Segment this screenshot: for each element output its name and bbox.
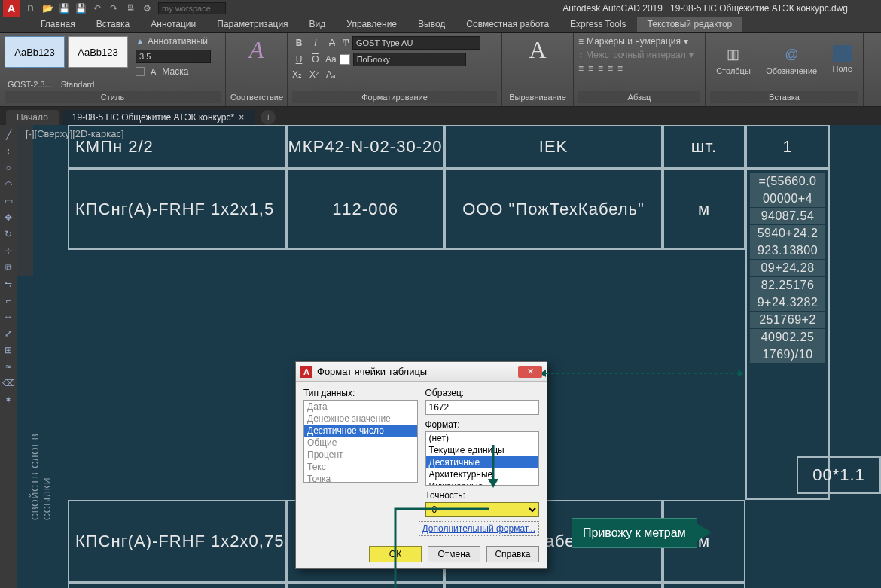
new-tab-button[interactable]: + — [261, 110, 276, 125]
format-listbox[interactable]: (нет)Текущие единицыДесятичныеАрхитектур… — [425, 431, 540, 486]
color-select[interactable] — [353, 53, 466, 66]
sup-button[interactable]: X² — [309, 69, 319, 80]
erase-tool-icon[interactable]: ⌫ — [2, 376, 15, 390]
precision-select[interactable]: 0 — [425, 502, 540, 517]
offset-tool-icon[interactable]: ≈ — [2, 360, 15, 373]
rtab-manage[interactable]: Управление — [336, 17, 407, 32]
rtab-insert[interactable]: Вставка — [86, 17, 141, 32]
layer-properties-palette[interactable]: СВОЙСТВ СЛОЕВ — [30, 433, 41, 520]
overline-button[interactable]: O — [309, 54, 322, 65]
close-tab-icon[interactable]: × — [239, 112, 244, 123]
rect-tool-icon[interactable]: ▭ — [2, 194, 15, 208]
cell-0-c3[interactable]: IEK — [444, 125, 663, 169]
xref-palette[interactable]: ССЫЛКИ — [42, 477, 53, 520]
cell-3-c1[interactable]: КПСнг(А)-FRHF 1х2х0,35 — [68, 583, 286, 588]
rtab-texteditor[interactable]: Текстовый редактор — [637, 17, 743, 32]
align-right-icon[interactable]: ≡ — [598, 63, 603, 74]
workspace-input[interactable] — [158, 2, 226, 14]
cell-3-c2[interactable] — [286, 583, 444, 588]
align-dist-icon[interactable]: ≡ — [617, 63, 623, 74]
style-sample-1[interactable]: AaBb123 — [5, 36, 65, 68]
cell-3-c3[interactable]: Те — [444, 583, 663, 588]
cell-1-c2[interactable]: 112-006 — [286, 169, 444, 250]
cell-0-c5[interactable]: 1 — [745, 125, 830, 169]
rtab-param[interactable]: Параметризация — [206, 17, 298, 32]
saveas-icon[interactable]: 💾 — [74, 2, 87, 15]
cell-3-c4[interactable] — [663, 583, 745, 588]
file-tab[interactable]: 19-08-5 ПС Общежитие АТЭК конкурс*× — [62, 110, 255, 125]
cell-0-c4[interactable]: шт. — [663, 125, 745, 169]
cell-1-c5[interactable]: =(55660.000000+494087.545940+24.2923.138… — [745, 169, 830, 500]
print-icon[interactable]: 🖶 — [123, 2, 137, 15]
color-swatch[interactable] — [340, 54, 350, 65]
rtab-express[interactable]: Express Tools — [559, 17, 636, 32]
arc-tool-icon[interactable]: ◠ — [2, 178, 15, 191]
alignment-icon[interactable]: A — [507, 36, 569, 64]
rtab-annotate[interactable]: Аннотации — [140, 17, 206, 32]
clear-button[interactable]: Aₐ — [326, 69, 336, 80]
match-label: Соответствие — [230, 91, 282, 103]
match-format-icon[interactable]: A — [230, 36, 282, 64]
redo-icon[interactable]: ↷ — [107, 2, 120, 15]
gear-icon[interactable]: ⚙ — [140, 2, 154, 15]
panel-title-format: Форматирование — [292, 91, 497, 103]
dialog-close-button[interactable]: ✕ — [518, 366, 542, 378]
italic-button[interactable]: I — [309, 38, 322, 48]
undo-icon[interactable]: ↶ — [90, 2, 104, 15]
additional-format-link[interactable]: Дополнительный формат... — [419, 521, 539, 536]
align-justify-icon[interactable]: ≡ — [608, 63, 613, 74]
copy-tool-icon[interactable]: ⧉ — [2, 260, 15, 274]
symbol-icon[interactable]: @ — [779, 42, 803, 66]
stretch-tool-icon[interactable]: ↔ — [2, 310, 15, 324]
cell-0-c2[interactable]: МКР42-N-02-30-20 — [286, 125, 444, 169]
style-name-2[interactable]: Standard — [58, 80, 98, 89]
cell-1-c4[interactable]: м — [663, 169, 745, 250]
underline-button[interactable]: U — [292, 54, 306, 65]
mirror-tool-icon[interactable]: ⇋ — [2, 277, 15, 291]
trim-tool-icon[interactable]: ⊹ — [2, 244, 15, 257]
cell-1-c1[interactable]: КПСнг(А)-FRHF 1х2х1,5 — [68, 169, 286, 250]
circle-tool-icon[interactable]: ○ — [2, 161, 15, 175]
move-tool-icon[interactable]: ✥ — [2, 211, 15, 224]
strike-button[interactable]: A — [325, 38, 339, 48]
rtab-collab[interactable]: Совместная работа — [456, 17, 559, 32]
rotate-tool-icon[interactable]: ↻ — [2, 227, 15, 241]
chevron-down-icon[interactable]: ▾ — [684, 36, 688, 47]
dialog-titlebar[interactable]: A Формат ячейки таблицы ✕ — [296, 362, 547, 382]
line-tool-icon[interactable]: ╱ — [2, 128, 15, 142]
cell-1-c3[interactable]: ООО "ПожТехКабель" — [444, 169, 663, 250]
polyline-tool-icon[interactable]: ⌇ — [2, 145, 15, 158]
bullets-icon[interactable]: ≡ — [578, 36, 584, 47]
sub-button[interactable]: X₂ — [292, 69, 302, 80]
rtab-view[interactable]: Вид — [299, 17, 337, 32]
cell-2-c1[interactable]: КПСнг(А)-FRHF 1х2х0,75 — [68, 500, 286, 583]
font-select[interactable] — [352, 36, 480, 50]
new-icon[interactable]: 🗋 — [24, 2, 38, 15]
columns-icon[interactable]: ▥ — [721, 42, 745, 66]
case-button[interactable]: Aa — [325, 54, 337, 65]
start-tab[interactable]: Начало — [6, 110, 59, 125]
style-sample-2[interactable]: AaBb123 — [68, 36, 128, 68]
datatype-listbox[interactable]: ДатаДенежное значениеДесятичное числоОбщ… — [303, 400, 418, 483]
ok-button[interactable]: ОК — [369, 546, 422, 562]
text-height-input[interactable] — [136, 50, 211, 63]
field-icon[interactable] — [833, 45, 852, 62]
bold-button[interactable]: B — [292, 38, 306, 48]
rtab-home[interactable]: Главная — [30, 17, 86, 32]
fillet-tool-icon[interactable]: ⌐ — [2, 294, 15, 307]
help-button[interactable]: Справка — [486, 546, 539, 562]
cancel-button[interactable]: Отмена — [428, 546, 480, 562]
scale-tool-icon[interactable]: ⤢ — [2, 327, 15, 340]
rtab-output[interactable]: Вывод — [407, 17, 456, 32]
cell-0-c1[interactable]: КМПн 2/2 — [68, 125, 286, 169]
align-center-icon[interactable]: ≡ — [588, 63, 593, 74]
cell-4-c5[interactable]: 00*1.1 — [797, 456, 881, 494]
array-tool-icon[interactable]: ⊞ — [2, 343, 15, 357]
open-icon[interactable]: 📂 — [41, 2, 54, 15]
explode-tool-icon[interactable]: ✶ — [2, 393, 15, 407]
style-name-1[interactable]: GOST-2.3... — [5, 80, 55, 89]
save-icon[interactable]: 💾 — [57, 2, 71, 15]
mask-check[interactable] — [136, 67, 145, 76]
sample-input[interactable] — [425, 400, 540, 415]
align-left-icon[interactable]: ≡ — [578, 63, 584, 74]
